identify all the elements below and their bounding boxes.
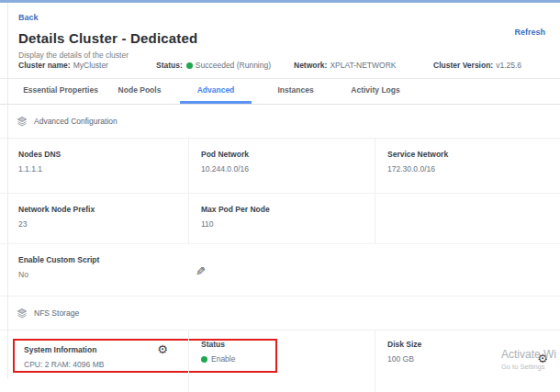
bottom-filler-row: [0, 382, 560, 392]
cluster-version-value: v1.25.6: [496, 61, 521, 70]
status-dot-icon: [186, 62, 193, 69]
cluster-details-page: Back Details Cluster - Dedicated Display…: [0, 3, 560, 392]
nfs-storage-section-header: NFS Storage: [0, 297, 560, 330]
field-value: No: [18, 270, 179, 279]
field-value: 100 GB: [387, 354, 551, 364]
field-disk-size: Disk Size 100 GB ⚙: [375, 330, 560, 382]
field-enable-custom-script: Enable Custom Script No: [0, 244, 188, 296]
field-value: CPU: 2 RAM: 4096 MB: [24, 360, 104, 369]
tab-node-pools[interactable]: Node Pools: [105, 79, 174, 104]
advanced-fields-row-1: Nodes DNS 1.1.1.1 Pod Network 10.244.0.0…: [0, 139, 560, 194]
field-service-network: Service Network 172.30.0.0/16: [375, 139, 560, 193]
cluster-status-value: Succeeded (Running): [196, 61, 271, 70]
cluster-name-value: MyCluster: [73, 61, 108, 70]
field-value: 23: [18, 219, 179, 229]
field-label: Status: [201, 340, 365, 349]
cluster-status-field: Status:Succeeded (Running): [156, 61, 294, 70]
layers-icon: [17, 116, 28, 127]
tab-instances[interactable]: Instances: [261, 79, 330, 104]
cluster-name-label: Cluster name:: [18, 61, 71, 70]
status-line: Enable: [201, 354, 365, 364]
advanced-configuration-section-header: Advanced Configuration: [0, 105, 560, 139]
field-max-pod-per-node: Max Pod Per Node 110: [188, 194, 375, 243]
field-value: 10.244.0.0/16: [201, 164, 365, 174]
gear-icon[interactable]: ⚙: [537, 353, 548, 364]
field-label: Disk Size: [387, 340, 551, 349]
tab-bar: Essential Properties Node Pools Advanced…: [0, 79, 560, 105]
advanced-fields-row-3: Enable Custom Script No ✎: [0, 244, 560, 297]
field-label: Nodes DNS: [18, 150, 179, 159]
field-label: Network Node Prefix: [18, 205, 179, 214]
tab-essential-properties[interactable]: Essential Properties: [17, 79, 105, 104]
field-label: System Information: [24, 345, 104, 354]
empty-cell: [0, 382, 188, 392]
nfs-fields-row: System Information CPU: 2 RAM: 4096 MB ⚙…: [0, 330, 560, 382]
cluster-version-field: Cluster Version:v1.25.6: [433, 61, 521, 70]
field-pod-network: Pod Network 10.244.0.0/16: [188, 139, 375, 193]
empty-cell: [375, 194, 560, 243]
cluster-name-field: Cluster name:MyCluster: [18, 61, 156, 70]
refresh-link[interactable]: Refresh: [514, 28, 545, 37]
field-nodes-dns: Nodes DNS 1.1.1.1: [0, 139, 188, 193]
empty-cell: [375, 382, 560, 392]
system-information-text: System Information CPU: 2 RAM: 4096 MB: [24, 345, 104, 369]
cluster-network-value: XPLAT-NETWORK: [330, 61, 396, 70]
field-value: 110: [201, 219, 365, 229]
empty-cell: [188, 382, 375, 392]
field-label: Max Pod Per Node: [201, 205, 365, 214]
page-title: Details Cluster - Dedicated: [18, 30, 547, 46]
field-value: 1.1.1.1: [18, 164, 179, 174]
status-dot-icon: [201, 356, 207, 363]
page-subtitle: Display the details of the cluster: [18, 50, 547, 60]
cluster-status-label: Status:: [156, 61, 183, 70]
edit-pencil-icon[interactable]: ✎: [196, 264, 206, 278]
tab-activity-logs[interactable]: Activity Logs: [336, 79, 415, 104]
cluster-version-label: Cluster Version:: [433, 61, 493, 70]
tab-advanced[interactable]: Advanced: [180, 79, 252, 104]
field-value: 172.30.0.0/16: [387, 164, 551, 174]
field-label: Enable Custom Script: [18, 255, 179, 264]
page-header: Back Details Cluster - Dedicated Display…: [0, 3, 560, 51]
system-information-content: System Information CPU: 2 RAM: 4096 MB: [18, 340, 179, 369]
field-label: Service Network: [387, 150, 551, 159]
field-nfs-status: Status Enable: [188, 330, 375, 382]
gear-icon[interactable]: ⚙: [157, 343, 168, 355]
field-system-information: System Information CPU: 2 RAM: 4096 MB ⚙: [0, 330, 188, 382]
back-link[interactable]: Back: [18, 13, 39, 22]
section-title: NFS Storage: [34, 308, 79, 318]
layers-icon: [17, 308, 28, 319]
cluster-network-label: Network:: [294, 61, 327, 70]
advanced-fields-row-2: Network Node Prefix 23 Max Pod Per Node …: [0, 194, 560, 244]
section-title: Advanced Configuration: [34, 117, 118, 126]
field-network-node-prefix: Network Node Prefix 23: [0, 194, 188, 243]
field-label: Pod Network: [201, 150, 365, 159]
field-value: Enable: [211, 354, 235, 364]
cluster-network-field: Network:XPLAT-NETWORK: [294, 61, 433, 70]
